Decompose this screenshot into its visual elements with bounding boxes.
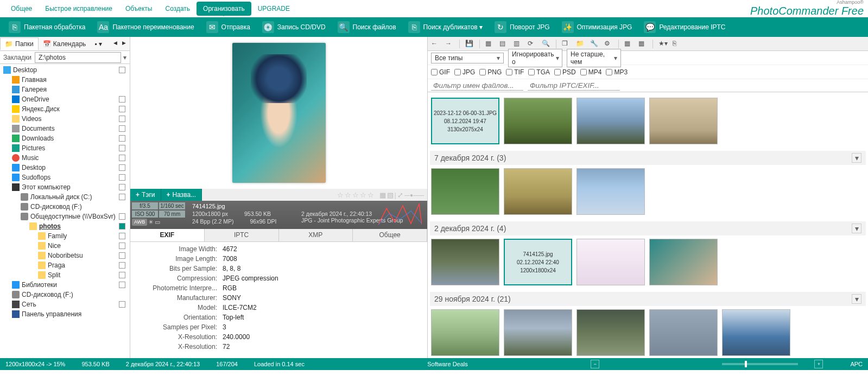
age-combo[interactable]: Не старше, чем (567, 49, 621, 67)
rating-stars[interactable]: ☆☆☆☆☆ ▦ ▧ | ⤢ —●—— (337, 189, 427, 201)
collapse-icon[interactable]: ▾ (852, 294, 861, 304)
thumbnail[interactable] (504, 168, 572, 215)
filename-filter-input[interactable] (431, 80, 523, 91)
meta-tab-xmp[interactable]: XMP (279, 229, 353, 241)
img-icon2[interactable]: ▧ (387, 191, 394, 199)
software-deals-link[interactable]: Software Deals (427, 361, 468, 367)
tool-icon[interactable]: 🔧 (590, 40, 599, 48)
tree-checkbox[interactable] (119, 116, 125, 122)
view3-icon[interactable]: ▥ (514, 40, 522, 48)
tree-checkbox[interactable] (119, 125, 125, 132)
folder-icon[interactable]: 📁 (576, 40, 585, 48)
tree-checkbox[interactable] (119, 155, 125, 161)
tree-checkbox[interactable] (119, 184, 125, 190)
thumbnail[interactable] (576, 98, 645, 144)
tool-4[interactable]: 🔍Поиск файлов (332, 19, 402, 35)
menu-создать[interactable]: Создать (159, 2, 197, 16)
nav-fwd-icon[interactable]: ▶ (120, 40, 128, 48)
view1-icon[interactable]: ▦ (485, 40, 494, 48)
tree-checkbox[interactable] (119, 252, 125, 259)
tree-item-16[interactable]: photos (1, 221, 129, 231)
tab-extra[interactable]: ▪ ▾ (90, 38, 106, 50)
tree-item-2[interactable]: Галерея (1, 85, 129, 94)
tree-item-3[interactable]: OneDrive (1, 94, 129, 104)
meta-tab-exif[interactable]: EXIF (130, 229, 205, 241)
fwd-icon[interactable]: → (445, 40, 454, 48)
group-header[interactable]: 29 ноября 2024 г. (21)▾ (430, 292, 866, 306)
tool-6[interactable]: ↻Поворот JPG (489, 19, 555, 35)
tree-item-19[interactable]: Noboribetsu (1, 251, 129, 260)
slider-icon[interactable]: —●—— (404, 192, 424, 198)
tree-item-0[interactable]: Desktop (1, 65, 129, 75)
gear-icon[interactable]: ⚙ (604, 40, 613, 48)
tree-checkbox[interactable] (119, 272, 125, 278)
back-icon[interactable]: ← (431, 40, 440, 48)
format-psd[interactable]: PSD (554, 68, 576, 76)
copy-icon[interactable]: ⎘ (673, 40, 681, 48)
thumbnail[interactable]: 2023-12-12 06-00-31.JPG08.12.2024 19:473… (431, 98, 499, 144)
tree-item-21[interactable]: Split (1, 270, 129, 280)
tab-folders[interactable]: 📁 Папки (0, 37, 39, 50)
tree-item-22[interactable]: Библиотеки (1, 280, 129, 290)
zoom-out-icon[interactable]: − (591, 360, 599, 368)
add-tags-button[interactable]: + Тэги (130, 189, 161, 201)
thumbnail[interactable] (576, 239, 645, 285)
thumbnail[interactable] (576, 168, 645, 215)
group-header[interactable]: 7 декабря 2024 г. (3)▾ (430, 151, 866, 165)
thumbnail[interactable] (649, 309, 718, 356)
tree-checkbox[interactable] (119, 67, 125, 73)
tree-item-15[interactable]: Общедоступные (\\VBoxSvr) (1, 212, 129, 221)
tab-calendar[interactable]: 📅 Календарь (39, 38, 91, 50)
tree-checkbox[interactable] (119, 106, 125, 112)
tree-checkbox[interactable] (119, 243, 125, 249)
tree-item-18[interactable]: Nice (1, 241, 129, 251)
tree-item-1[interactable]: Главная (1, 75, 129, 85)
type-combo[interactable]: Все типы (431, 53, 504, 63)
add-name-button[interactable]: + Назва... (161, 189, 202, 201)
tree-checkbox[interactable] (119, 262, 125, 269)
menu-организовать[interactable]: Организовать (197, 2, 251, 16)
group-header[interactable]: 2 декабря 2024 г. (4)▾ (430, 221, 866, 235)
search-icon[interactable]: 🔍 (542, 40, 550, 48)
tree-item-7[interactable]: Downloads (1, 133, 129, 143)
img-icon[interactable]: ▦ (379, 191, 386, 199)
tree-checkbox[interactable] (119, 233, 125, 239)
tree-item-8[interactable]: Pictures (1, 143, 129, 153)
format-gif[interactable]: GIF (431, 68, 450, 76)
format-mp4[interactable]: MP4 (580, 68, 602, 76)
meta-tab-общее[interactable]: Общее (353, 229, 427, 241)
tree-item-12[interactable]: Этот компьютер (1, 182, 129, 192)
thumbnail[interactable] (649, 239, 718, 285)
save-icon[interactable]: 💾 (465, 40, 474, 48)
tree-checkbox[interactable] (119, 223, 125, 230)
thumbnail[interactable] (576, 309, 645, 356)
collapse-icon[interactable]: ▾ (852, 224, 861, 233)
format-tga[interactable]: TGA (528, 68, 550, 76)
thumbnail[interactable] (431, 309, 499, 356)
tree-item-5[interactable]: Videos (1, 114, 129, 124)
format-png[interactable]: PNG (479, 68, 502, 76)
tree-item-17[interactable]: Family (1, 231, 129, 241)
tool-0[interactable]: ⎘Пакетная обработка (3, 19, 91, 35)
thumbnail[interactable] (504, 309, 572, 356)
thumbnail[interactable] (431, 239, 499, 285)
grid2-icon[interactable]: ▦ (638, 40, 647, 48)
thumbnail[interactable] (649, 98, 718, 144)
path-dropdown-icon[interactable]: ▾ (123, 54, 130, 61)
format-mp3[interactable]: MP3 (606, 68, 628, 76)
tool-8[interactable]: 💬Редактирование IPTC (638, 19, 731, 35)
path-input[interactable]: Z:\photos (35, 52, 121, 63)
tree-item-24[interactable]: Сеть (1, 299, 129, 309)
tool-7[interactable]: ✨Оптимизация JPG (556, 19, 638, 35)
window-icon[interactable]: ❐ (562, 40, 571, 48)
tool-1[interactable]: AaПакетное переименование (92, 19, 199, 35)
view2-icon[interactable]: ▤ (499, 40, 508, 48)
tree-item-10[interactable]: Desktop (1, 163, 129, 173)
iptc-filter-input[interactable] (528, 80, 620, 91)
tree-checkbox[interactable] (119, 96, 125, 103)
zoom-in-icon[interactable]: + (814, 360, 823, 368)
tree-item-14[interactable]: CD-дисковод (F:) (1, 202, 129, 212)
ignore-combo[interactable]: Игнорировать о (508, 49, 562, 67)
collapse-icon[interactable]: ▾ (852, 153, 861, 163)
tree-item-23[interactable]: CD-дисковод (F:) (1, 290, 129, 299)
